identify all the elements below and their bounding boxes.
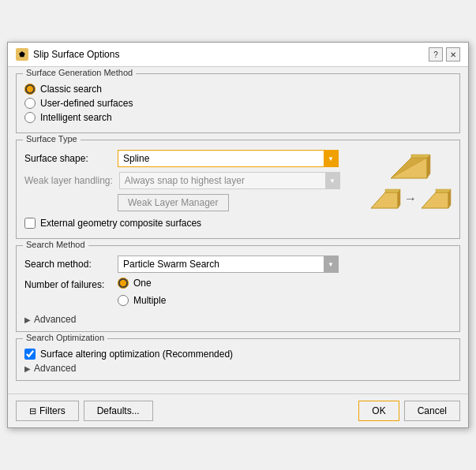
radio-user[interactable] <box>24 98 36 109</box>
search-method-dropdown[interactable]: Particle Swarm Search ▼ <box>118 256 339 273</box>
surface-generation-group: Surface Generation Method Classic search… <box>16 73 460 133</box>
composite-wedge-right-icon <box>420 186 452 211</box>
cancel-label: Cancel <box>418 405 447 416</box>
surface-shape-value: Spline <box>118 153 324 164</box>
svg-marker-3 <box>411 155 430 158</box>
dialog-body: Surface Generation Method Classic search… <box>8 67 468 394</box>
search-method-content: Search method: Particle Swarm Search ▼ N… <box>24 256 452 325</box>
help-button[interactable]: ? <box>429 47 443 62</box>
weak-layer-arrow: ▼ <box>325 173 339 188</box>
search-optimization-content: Surface altering optimization (Recommend… <box>24 349 452 374</box>
search-optimization-title: Search Optimization <box>23 333 107 342</box>
radio-multiple[interactable] <box>118 295 129 306</box>
search-method-group: Search Method Search method: Particle Sw… <box>16 245 460 332</box>
failures-row: Number of failures: One Multiple <box>24 278 452 309</box>
optimization-label: Surface altering optimization (Recommend… <box>40 349 233 360</box>
radio-classic[interactable] <box>24 84 36 95</box>
composite-icon-row: → <box>369 186 452 211</box>
radio-multiple-row: Multiple <box>118 295 166 306</box>
cancel-button[interactable]: Cancel <box>404 401 460 421</box>
svg-marker-9 <box>436 189 451 192</box>
weak-layer-row: Weak layer handling: Always snap to high… <box>24 172 363 189</box>
single-wedge-icon <box>389 151 433 181</box>
ok-label: OK <box>372 405 385 416</box>
svg-marker-4 <box>371 192 398 208</box>
surface-shape-arrow: ▼ <box>324 151 338 166</box>
search-method-label: Search method: <box>24 259 111 270</box>
surface-type-group: Surface Type Surface shape: Spline ▼ Wea… <box>16 140 460 239</box>
surface-shape-label: Surface shape: <box>24 153 111 164</box>
ok-button[interactable]: OK <box>358 401 399 421</box>
surface-shape-dropdown[interactable]: Spline ▼ <box>118 150 339 167</box>
radio-classic-label: Classic search <box>40 84 102 95</box>
dialog-icon: ⬟ <box>16 48 28 61</box>
surface-generation-title: Surface Generation Method <box>23 68 136 77</box>
optimization-checkbox-row: Surface altering optimization (Recommend… <box>24 349 452 360</box>
external-geometry-checkbox[interactable] <box>24 218 36 229</box>
weak-layer-btn-row: Weak Layer Manager <box>118 194 363 211</box>
close-button[interactable]: ✕ <box>446 47 460 62</box>
radio-user-label: User-defined surfaces <box>40 98 133 109</box>
composite-wedge-left-icon <box>369 186 401 211</box>
radio-one-label: One <box>133 278 152 289</box>
optimization-advanced-triangle: ▶ <box>24 364 31 373</box>
optimization-advanced-label: Advanced <box>34 363 76 374</box>
defaults-label: Defaults... <box>97 405 140 416</box>
svg-marker-7 <box>422 192 448 208</box>
optimization-checkbox[interactable] <box>24 349 36 360</box>
search-advanced-triangle: ▶ <box>24 315 31 324</box>
svg-marker-2 <box>427 155 430 178</box>
dialog-title: Slip Surface Options <box>33 49 119 60</box>
footer-right: OK Cancel <box>358 401 460 421</box>
search-method-title: Search Method <box>23 240 88 249</box>
surface-type-content: Surface shape: Spline ▼ Weak layer handl… <box>24 150 452 232</box>
radio-one-row: One <box>118 278 166 289</box>
title-buttons: ? ✕ <box>429 47 460 62</box>
search-method-row: Search method: Particle Swarm Search ▼ <box>24 256 452 273</box>
radio-user-row: User-defined surfaces <box>24 98 452 109</box>
radio-intelligent-row: Intelligent search <box>24 112 452 123</box>
search-method-arrow: ▼ <box>324 256 338 272</box>
failures-label: Number of failures: <box>24 278 111 290</box>
radio-intelligent-label: Intelligent search <box>40 112 112 123</box>
search-optimization-group: Search Optimization Surface altering opt… <box>16 338 460 381</box>
search-method-value: Particle Swarm Search <box>118 259 324 270</box>
radio-intelligent[interactable] <box>24 112 36 123</box>
arrow-right-icon: → <box>404 192 417 206</box>
filters-label: Filters <box>39 405 66 416</box>
weak-layer-value: Always snap to highest layer <box>120 175 325 186</box>
search-advanced-label: Advanced <box>34 314 76 325</box>
title-bar-left: ⬟ Slip Surface Options <box>16 48 119 61</box>
radio-one[interactable] <box>118 278 129 289</box>
weak-layer-label: Weak layer handling: <box>24 175 113 186</box>
footer-left: ⊟ Filters Defaults... <box>16 401 354 421</box>
surface-icon-area: → <box>369 150 452 211</box>
title-bar: ⬟ Slip Surface Options ? ✕ <box>8 43 468 67</box>
surface-left: Surface shape: Spline ▼ Weak layer handl… <box>24 150 363 232</box>
defaults-button[interactable]: Defaults... <box>84 401 153 421</box>
radio-multiple-label: Multiple <box>133 295 166 306</box>
optimization-advanced-row[interactable]: ▶ Advanced <box>24 363 452 374</box>
external-geometry-label: External geometry composite surfaces <box>40 218 201 229</box>
failures-options: One Multiple <box>118 278 166 309</box>
dialog-footer: ⊟ Filters Defaults... OK Cancel <box>8 394 468 427</box>
weak-layer-dropdown: Always snap to highest layer ▼ <box>119 172 340 189</box>
weak-layer-manager-button[interactable]: Weak Layer Manager <box>118 194 229 211</box>
filter-icon: ⊟ <box>29 406 36 416</box>
surface-shape-row: Surface shape: Spline ▼ <box>24 150 363 167</box>
search-advanced-row[interactable]: ▶ Advanced <box>24 314 452 325</box>
filters-button[interactable]: ⊟ Filters <box>16 401 79 421</box>
svg-marker-6 <box>385 189 400 192</box>
radio-classic-row: Classic search <box>24 84 452 95</box>
surface-generation-content: Classic search User-defined surfaces Int… <box>24 84 452 123</box>
external-geometry-row: External geometry composite surfaces <box>24 218 363 229</box>
surface-type-title: Surface Type <box>23 134 81 144</box>
slip-surface-dialog: ⬟ Slip Surface Options ? ✕ Surface Gener… <box>7 42 469 428</box>
